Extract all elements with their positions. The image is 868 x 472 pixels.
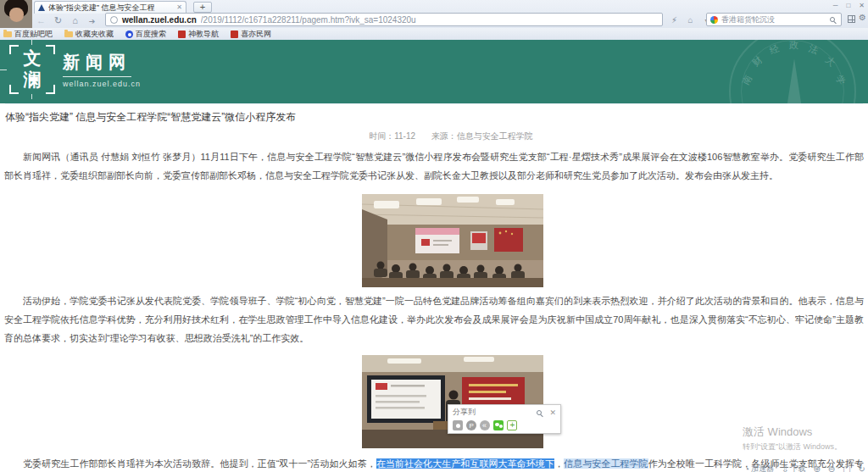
- paragraph-3-text: ，: [554, 458, 564, 469]
- share-label: 分享到: [453, 407, 531, 418]
- download-icon: ⇩: [782, 464, 788, 472]
- accelerator-icon: ◔: [744, 464, 749, 472]
- back-icon[interactable]: [36, 15, 47, 25]
- article-photo-classroom: [362, 194, 543, 287]
- baidu-icon: [125, 31, 133, 38]
- download-button[interactable]: ⇩ 下载: [782, 464, 805, 472]
- seal-monument: [785, 58, 804, 103]
- url-domain: wellan.zuel.edu.cn: [122, 15, 197, 25]
- logo-corner: [9, 45, 19, 54]
- weibo-icon[interactable]: [453, 420, 463, 430]
- bookmark-label: 百度搜索: [136, 29, 166, 40]
- logo-corner: [46, 45, 55, 54]
- close-button[interactable]: ✕: [859, 2, 865, 9]
- search-input[interactable]: 香港籍货轮沉没: [706, 13, 842, 26]
- address-bar[interactable]: wellan.zuel.edu.cn /2019/1112/c1671a2282…: [105, 13, 663, 26]
- meta-source: 来源：信息与安全工程学院: [431, 131, 533, 141]
- bookmark-item[interactable]: 收藏夹收藏: [64, 29, 114, 40]
- quick-access-icon[interactable]: [669, 15, 680, 25]
- share-page-icon[interactable]: [86, 15, 97, 25]
- search-engine-icon[interactable]: [710, 16, 718, 24]
- share-search-icon[interactable]: [537, 410, 542, 415]
- accelerator-button[interactable]: ◔ 加速器: [744, 464, 774, 472]
- bookmark-label: 百度贴吧吧: [14, 29, 53, 40]
- folder-icon: [3, 31, 12, 37]
- site-url: wellan.zuel.edu.cn: [63, 80, 141, 88]
- accelerator-label: 加速器: [751, 464, 774, 472]
- paragraph-3: 党委研究生工作部部长肖瑶祥为本次活动致辞。他提到，正值“双十一”活动如火如荼，在…: [4, 454, 864, 472]
- url-path: /2019/1112/c1671a228211/pagem.htm?ivk_sa…: [201, 15, 658, 25]
- paragraph-1: 新闻网讯（通讯员 付慧娟 刘恒竹 张梦月）11月11日下午，信息与安全工程学院“…: [4, 147, 864, 185]
- tab-title: 体验“指尖党建” 信息与安全工程: [48, 3, 173, 14]
- bookmarks-bar: 百度贴吧吧 收藏夹收藏 百度搜索 神教导航 喜亦民网: [0, 28, 868, 40]
- search-icon[interactable]: [830, 17, 835, 22]
- bookmark-item[interactable]: 百度贴吧吧: [3, 29, 53, 40]
- poco-icon[interactable]: [466, 420, 476, 430]
- rotate-icon[interactable]: ↻: [859, 464, 865, 472]
- zoom-out-icon[interactable]: ⊖: [828, 464, 835, 472]
- browser-tab[interactable]: 体验“指尖党建” 信息与安全工程 ✕: [34, 1, 186, 14]
- site-name: 新闻网: [63, 51, 131, 77]
- window-controls: ─ □ ✕: [833, 2, 865, 9]
- share-popup-header: 分享到 ✕: [448, 405, 560, 418]
- university-seal-watermark: 南 财 经 政 法 大 学: [729, 40, 856, 103]
- wechat-icon[interactable]: [493, 420, 504, 430]
- bookmark-label: 神教导航: [188, 29, 219, 40]
- logo-corner: [9, 85, 19, 94]
- new-tab-button[interactable]: +: [193, 2, 212, 13]
- gear-icon[interactable]: [859, 13, 866, 22]
- user-avatar[interactable]: [0, 0, 32, 29]
- minimize-button[interactable]: ─: [833, 2, 838, 9]
- article: 体验“指尖党建” 信息与安全工程学院“智慧党建云”微信小程序发布 时间：11-1…: [0, 103, 868, 472]
- maximize-button[interactable]: □: [846, 2, 850, 9]
- selected-text-pale: 信息与安全工程学院: [564, 458, 648, 469]
- download-label: 下载: [790, 464, 805, 472]
- close-icon[interactable]: ✕: [549, 409, 556, 416]
- logo-tick: [0, 69, 7, 70]
- bookmark-item[interactable]: 喜亦民网: [231, 29, 271, 40]
- selected-text: 在当前社会化大生产和互联网大革命环境下: [376, 458, 554, 469]
- nav-site-icon: [178, 31, 186, 38]
- more-share-icon[interactable]: [507, 420, 517, 430]
- article-photo-presentation: [362, 355, 543, 448]
- nav-site-icon: [231, 31, 238, 38]
- refresh-icon[interactable]: [53, 15, 64, 26]
- fit-window-icon[interactable]: ▢: [843, 464, 850, 472]
- bookmark-item[interactable]: 神教导航: [178, 29, 219, 40]
- bookmark-item[interactable]: 百度搜索: [125, 29, 166, 40]
- share-popup: 分享到 ✕: [448, 404, 561, 434]
- bookmark-label: 喜亦民网: [241, 29, 271, 40]
- wenlan-logo-mark: 文 澜: [12, 47, 53, 92]
- site-identity-icon[interactable]: [110, 16, 118, 24]
- bookmark-label: 收藏夹收藏: [75, 29, 114, 40]
- article-meta: 时间：11-12 来源：信息与安全工程学院: [17, 130, 868, 142]
- browser-chrome: 体验“指尖党建” 信息与安全工程 ✕ + ─ □ ✕ wellan.zuel.e…: [0, 0, 868, 40]
- zoom-in-icon[interactable]: ⊕: [813, 464, 820, 472]
- apps-grid-icon[interactable]: [848, 15, 855, 23]
- tab-close-icon[interactable]: ✕: [176, 4, 182, 11]
- homepage-icon[interactable]: [685, 15, 696, 25]
- search-query: 香港籍货轮沉没: [721, 14, 826, 25]
- page-title: 体验“指尖党建” 信息与安全工程学院“智慧党建云”微信小程序发布: [5, 103, 863, 125]
- site-title-block: 新闻网 wellan.zuel.edu.cn: [63, 51, 141, 88]
- site-header: 文 澜 新闻网 wellan.zuel.edu.cn 南 财 经 政 法 大 学: [0, 40, 868, 103]
- paragraph-2: 活动伊始，学院党委书记张从发代表院党委、学院领导班子、学院“初心向党，智慧党建”…: [4, 292, 864, 347]
- paragraph-3-text: 党委研究生工作部部长肖瑶祥为本次活动致辞。他提到，正值“双十一”活动如火如荼，: [23, 458, 376, 469]
- site-favicon-icon: [38, 4, 45, 11]
- folder-icon: [64, 31, 73, 37]
- site-logo[interactable]: 文 澜 新闻网 wellan.zuel.edu.cn: [12, 47, 141, 92]
- nav-toolbar: [36, 14, 114, 27]
- logo-corner: [46, 85, 55, 94]
- image-toolbar: ◔ 加速器 ⇩ 下载 ⊕ ⊖ ▢ ↻: [744, 464, 865, 472]
- renren-icon[interactable]: [480, 420, 490, 430]
- home-icon[interactable]: [70, 15, 81, 25]
- share-icons-row: [448, 418, 560, 430]
- logo-tick: [31, 40, 32, 45]
- logo-tick: [31, 94, 32, 99]
- meta-time: 时间：11-12: [369, 131, 415, 141]
